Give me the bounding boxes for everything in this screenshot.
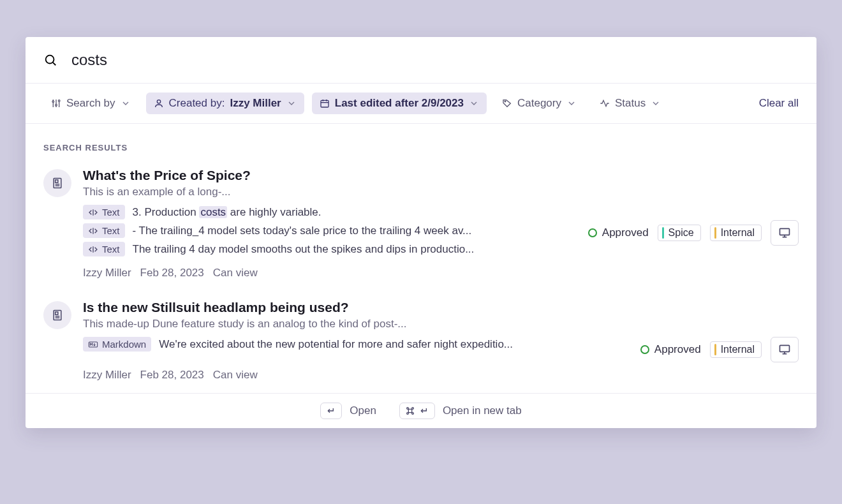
cell-type-badge: Text — [83, 242, 125, 256]
search-result[interactable]: What's the Price of Spice? This is an ex… — [26, 159, 816, 291]
cell-type-badge: Text — [83, 223, 125, 238]
markdown-icon — [88, 339, 98, 350]
filter-label: Status — [615, 97, 646, 110]
svg-point-7 — [58, 100, 60, 102]
cell-type-badge: Text — [83, 205, 125, 219]
sliders-icon — [51, 98, 61, 108]
open-app-button[interactable] — [771, 220, 799, 246]
result-author: Izzy Miller — [83, 267, 131, 279]
shortcut-open: Open — [320, 403, 376, 419]
result-date: Feb 28, 2023 — [140, 369, 204, 382]
chevron-down-icon — [469, 98, 479, 108]
chevron-down-icon — [651, 98, 661, 108]
filter-category[interactable]: Category — [494, 93, 584, 114]
svg-point-3 — [52, 101, 54, 103]
svg-rect-21 — [780, 228, 790, 235]
result-meta: Izzy Miller Feb 28, 2023 Can view — [83, 369, 799, 382]
filter-created-by[interactable]: Created by: Izzy Miller — [146, 93, 304, 114]
category-tag[interactable]: Internal — [710, 225, 762, 241]
snippet-row: Text - The trailing_4 model sets today's… — [83, 223, 570, 238]
svg-rect-9 — [321, 100, 329, 107]
result-title: Is the new Stillsuit headlamp being used… — [83, 300, 799, 315]
filter-last-edited[interactable]: Last edited after 2/9/2023 — [312, 93, 487, 114]
filter-label: Last edited after 2/9/2023 — [335, 97, 464, 110]
filter-label: Created by: — [169, 97, 225, 110]
filter-search-by[interactable]: Search by — [43, 93, 138, 114]
footer-shortcuts: Open Open in new tab — [26, 393, 816, 428]
category-tag[interactable]: Internal — [710, 341, 762, 358]
filter-bar: Search by Created by: Izzy Miller — [26, 84, 816, 124]
filter-value: Izzy Miller — [230, 97, 281, 110]
search-input[interactable] — [71, 51, 799, 69]
result-permission: Can view — [213, 369, 258, 382]
svg-point-0 — [46, 56, 54, 64]
svg-point-13 — [505, 101, 506, 102]
document-icon — [43, 169, 71, 197]
snippet-text: - The trailing_4 model sets today's sale… — [133, 225, 472, 237]
svg-point-8 — [157, 100, 160, 103]
snippet-text: 3. Production costs are highly variable. — [133, 206, 321, 219]
code-icon — [88, 207, 98, 218]
result-permission: Can view — [213, 267, 258, 279]
result-author: Izzy Miller — [83, 369, 131, 382]
calendar-icon — [320, 98, 330, 108]
search-result[interactable]: Is the new Stillsuit headlamp being used… — [26, 291, 816, 393]
shortcut-label: Open in new tab — [443, 404, 522, 417]
cell-type-badge: Markdown — [83, 337, 151, 352]
svg-point-5 — [55, 104, 57, 106]
shortcut-open-new-tab: Open in new tab — [399, 403, 522, 419]
result-subtitle: This made-up Dune feature study is an an… — [83, 318, 799, 330]
search-panel: Search by Created by: Izzy Miller — [26, 37, 816, 428]
svg-rect-29 — [780, 345, 790, 352]
chevron-down-icon — [121, 98, 131, 108]
svg-rect-15 — [55, 180, 58, 182]
results-heading: SEARCH RESULTS — [26, 124, 816, 159]
snippet-row: Markdown We're excited about the new pot… — [83, 337, 623, 352]
open-app-button[interactable] — [771, 337, 799, 362]
monitor-icon — [778, 343, 791, 356]
status-pill: Approved — [640, 343, 701, 356]
tag-icon — [502, 98, 512, 108]
snippet-row: Text 3. Production costs are highly vari… — [83, 205, 570, 219]
code-icon — [88, 226, 98, 236]
search-icon — [43, 53, 57, 67]
shortcut-label: Open — [350, 404, 376, 417]
result-side: Approved Spice Internal — [582, 205, 799, 260]
tag-color-bar — [714, 227, 716, 239]
result-title: What's the Price of Spice? — [83, 168, 799, 183]
user-icon — [154, 98, 164, 108]
result-side: Approved Internal — [634, 337, 799, 362]
clear-all-button[interactable]: Clear all — [759, 97, 799, 110]
document-icon — [43, 301, 71, 329]
filter-status[interactable]: Status — [592, 93, 668, 114]
monitor-icon — [778, 226, 791, 239]
filter-label: Search by — [66, 97, 115, 110]
enter-key-icon — [320, 403, 342, 419]
filter-label: Category — [517, 97, 561, 110]
activity-icon — [600, 98, 610, 108]
status-dot-icon — [640, 345, 649, 354]
status-dot-icon — [588, 228, 597, 237]
svg-line-1 — [53, 63, 55, 65]
status-pill: Approved — [588, 226, 649, 239]
snippet-text: We're excited about the new potential fo… — [159, 338, 513, 351]
result-subtitle: This is an example of a long-... — [83, 186, 799, 198]
svg-rect-25 — [55, 312, 58, 315]
cmd-enter-key-icon — [399, 403, 435, 419]
snippet-row: Text The trailing 4 day model smooths ou… — [83, 242, 570, 256]
chevron-down-icon — [566, 98, 577, 108]
tag-color-bar — [714, 344, 716, 355]
category-tag[interactable]: Spice — [658, 225, 701, 241]
code-icon — [88, 244, 98, 255]
snippet-text: The trailing 4 day model smooths out the… — [133, 243, 475, 256]
chevron-down-icon — [286, 98, 297, 108]
tag-color-bar — [662, 227, 664, 239]
search-header — [26, 37, 816, 84]
result-meta: Izzy Miller Feb 28, 2023 Can view — [83, 267, 799, 279]
result-date: Feb 28, 2023 — [140, 267, 204, 279]
